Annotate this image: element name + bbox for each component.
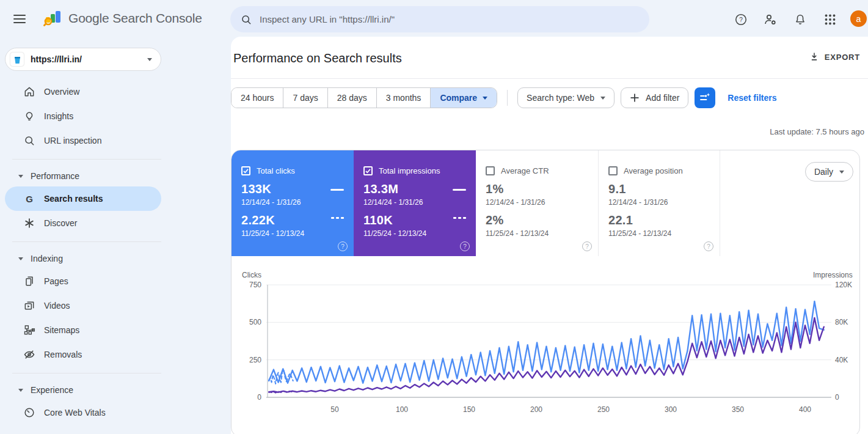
sidebar-divider [12, 159, 161, 160]
metric-value-current: 13.3M [363, 182, 466, 196]
sidebar-group-indexing[interactable]: Indexing [0, 248, 161, 269]
metric-value-previous: 22.1 [608, 213, 710, 227]
sidebar-item-label: Removals [44, 350, 82, 359]
range-label: 24 hours [241, 93, 274, 103]
sidebar-group-performance[interactable]: Performance [0, 166, 161, 186]
metric-card-total-clicks[interactable]: Total clicks 133K 12/14/24 - 1/31/26 2.2… [232, 150, 354, 256]
chevron-down-icon [483, 97, 487, 100]
search-type-chip[interactable]: Search type: Web [517, 87, 615, 108]
sidebar-item-insights[interactable]: Insights [5, 104, 161, 128]
range-label: 28 days [337, 93, 367, 103]
home-icon [23, 86, 35, 98]
performance-chart[interactable] [266, 281, 831, 401]
chevron-down-icon [147, 58, 152, 61]
checkbox-checked-icon[interactable] [363, 166, 373, 175]
sidebar-item-search-results[interactable]: G Search results [5, 186, 161, 211]
range-28-days-button[interactable]: 28 days [327, 88, 376, 108]
dashed-line-legend-mark [331, 217, 344, 219]
y-axis-tick: 0 [232, 393, 261, 402]
range-label: 7 days [293, 93, 318, 103]
metric-cards-row: Total clicks 133K 12/14/24 - 1/31/26 2.2… [232, 150, 720, 256]
chevron-down-icon [18, 389, 23, 392]
range-24-hours-button[interactable]: 24 hours [232, 88, 283, 108]
app-title: Google Search Console [68, 11, 202, 26]
chevron-down-icon [18, 257, 23, 260]
range-7-days-button[interactable]: 7 days [283, 88, 327, 108]
help-icon[interactable]: ? [460, 241, 470, 251]
y-axis-tick: 40K [835, 356, 848, 364]
sidebar-item-pages[interactable]: Pages [5, 269, 161, 293]
search-icon [240, 13, 252, 26]
metric-range-previous: 11/25/24 - 12/13/24 [608, 229, 710, 238]
sidebar-group-experience[interactable]: Experience [0, 380, 161, 400]
solid-line-legend-mark [330, 189, 344, 191]
video-icon [23, 300, 35, 312]
sidebar-item-overview[interactable]: Overview [5, 79, 161, 104]
header-divider [231, 78, 868, 79]
y-axis-tick: 80K [835, 318, 848, 326]
sidebar-item-label: Pages [44, 276, 68, 286]
x-axis-tick: 50 [323, 405, 347, 414]
help-icon[interactable]: ? [704, 241, 713, 251]
y-axis-tick: 500 [232, 318, 261, 326]
metric-range-previous: 11/25/24 - 12/13/24 [241, 229, 344, 238]
google-g-icon: G [23, 193, 35, 205]
left-axis-title: Clicks [242, 271, 261, 279]
sidebar-group-label: Performance [31, 171, 79, 181]
checkbox-unchecked-icon[interactable] [486, 166, 495, 175]
last-update-text: Last update: 7.5 hours ago [770, 127, 864, 136]
checkbox-checked-icon[interactable] [241, 166, 250, 175]
reset-filters-link[interactable]: Reset filters [728, 93, 776, 103]
checkbox-unchecked-icon[interactable] [608, 166, 618, 175]
help-icon[interactable]: ? [733, 12, 749, 28]
search-input[interactable] [260, 14, 626, 24]
help-icon[interactable]: ? [338, 241, 348, 251]
metric-range-current: 12/14/24 - 1/31/26 [363, 198, 466, 207]
range-3-months-button[interactable]: 3 months [376, 88, 431, 108]
sidebar-item-sitemaps[interactable]: Sitemaps [5, 318, 161, 342]
property-selector[interactable]: https://llri.in/ [5, 48, 161, 71]
metric-label: Average position [624, 166, 683, 175]
metric-range-current: 12/14/24 - 1/31/26 [486, 198, 588, 207]
x-axis-tick: 250 [591, 405, 616, 414]
eye-off-icon [23, 348, 35, 361]
asterisk-icon [23, 217, 35, 229]
compare-label: Compare [440, 93, 477, 103]
sidebar-divider [12, 373, 161, 373]
sidebar-item-removals[interactable]: Removals [5, 342, 161, 367]
granularity-dropdown[interactable]: Daily [805, 162, 853, 182]
top-bar: Google Search Console ? a [0, 0, 868, 38]
sidebar-item-url-inspection[interactable]: URL inspection [5, 128, 161, 153]
sidebar-item-label: Overview [44, 87, 79, 97]
pages-icon [23, 275, 35, 287]
sidebar-item-videos[interactable]: Videos [5, 293, 161, 318]
notifications-bell-icon[interactable] [792, 12, 808, 28]
metric-range-previous: 11/25/24 - 12/13/24 [486, 229, 588, 238]
sidebar-item-label: Discover [44, 218, 77, 228]
sidebar-divider [12, 241, 161, 242]
sidebar-item-core-web-vitals[interactable]: Core Web Vitals [5, 400, 161, 425]
chevron-down-icon [18, 175, 23, 178]
metric-card-total-impressions[interactable]: Total impressions 13.3M 12/14/24 - 1/31/… [354, 150, 476, 256]
compare-button[interactable]: Compare [430, 88, 497, 108]
url-inspect-searchbar[interactable] [230, 6, 649, 32]
x-axis-tick: 200 [524, 405, 549, 414]
avatar[interactable]: a [850, 10, 867, 27]
x-axis-tick: 100 [390, 405, 414, 414]
sidebar-item-label: Sitemaps [44, 325, 79, 335]
user-settings-icon[interactable] [762, 12, 778, 28]
metric-card-average-ctr[interactable]: Average CTR 1% 12/14/24 - 1/31/26 2% 11/… [476, 150, 598, 256]
dashed-line-legend-mark [453, 217, 466, 219]
menu-icon[interactable] [13, 12, 28, 26]
export-button[interactable]: EXPORT [809, 51, 860, 62]
add-filter-chip[interactable]: Add filter [621, 87, 688, 108]
help-icon[interactable]: ? [582, 241, 592, 251]
sidebar-group-label: Experience [31, 385, 73, 395]
y-axis-tick: 750 [232, 281, 261, 289]
filter-settings-button[interactable] [695, 87, 715, 108]
metric-value-current: 1% [486, 182, 588, 196]
sidebar-item-discover[interactable]: Discover [5, 211, 161, 235]
metric-card-average-position[interactable]: Average position 9.1 12/14/24 - 1/31/26 … [598, 150, 720, 256]
metric-value-current: 133K [241, 182, 344, 196]
apps-grid-icon[interactable] [822, 12, 838, 28]
